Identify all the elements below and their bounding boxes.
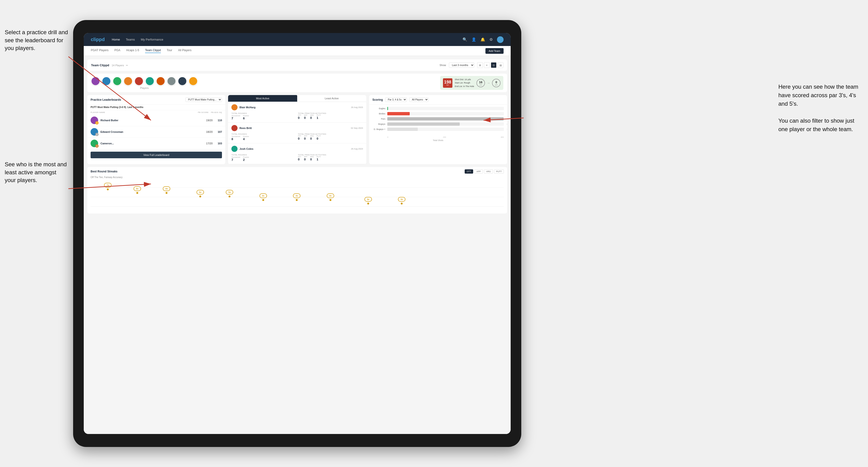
list-view-icon[interactable]: ≡ — [484, 62, 490, 68]
filter-putt[interactable]: PUTT — [494, 169, 504, 174]
pac-avatar-1 — [231, 104, 238, 111]
shot-circle-1: 16 yds — [476, 79, 485, 87]
grid-line-3 — [91, 206, 504, 207]
person-icon[interactable]: 👤 — [471, 37, 476, 42]
nav-links: Home Teams My Performance — [112, 38, 163, 41]
edit-icon[interactable]: ✏ — [126, 64, 128, 67]
search-icon[interactable]: 🔍 — [463, 37, 467, 42]
player-avatar-4[interactable] — [124, 76, 132, 86]
lb-name-3: Cameron... — [100, 142, 201, 145]
putt-2: PUTT 0 — [316, 135, 321, 140]
streak-point-9 — [367, 203, 369, 205]
player-avatar-6[interactable] — [145, 76, 154, 86]
par-filter-select[interactable]: Par 3, 4 & 5s — [385, 97, 407, 102]
nav-home[interactable]: Home — [112, 38, 120, 41]
practice-activities-group-1: Total Practice Activities OTT 0 APP 0 — [298, 112, 363, 120]
practice-activities-group-2: Total Practice Activities OTT 0 APP 0 — [298, 133, 363, 141]
streak-dot-7: 4x — [293, 193, 301, 201]
nav-my-performance[interactable]: My Performance — [141, 38, 163, 41]
streak-badge-9: 3x — [365, 197, 372, 201]
streak-point-4 — [199, 195, 201, 197]
player-avatar-7[interactable] — [156, 76, 165, 86]
lb-row-1[interactable]: 1 Richard Butler 19/20 110 — [87, 115, 225, 126]
player-avatar-1[interactable] — [91, 76, 100, 86]
streaks-chart: 7x 6x 6x 5x — [87, 181, 507, 214]
subnav-team-clippd[interactable]: Team Clippd — [145, 49, 161, 53]
tab-most-active[interactable]: Most Active — [228, 95, 297, 102]
subnav-hcaps[interactable]: Hcaps 1-5 — [126, 49, 139, 53]
player-avatar-8[interactable] — [167, 76, 176, 86]
filter-app[interactable]: APP — [474, 169, 483, 174]
streak-point-5 — [228, 195, 230, 197]
practice-col-2: Practice 4 — [243, 135, 249, 141]
birdies-fill — [387, 112, 410, 115]
lb-row-2[interactable]: 2 Edward Crossman 18/20 107 — [87, 126, 225, 138]
streak-dot-4: 5x — [196, 190, 204, 197]
show-select[interactable]: Last 3 months — [449, 63, 474, 68]
team-name: Team Clippd — [91, 63, 109, 67]
team-header-right: Show Last 3 months ⊞ ≡ ⊡ ▤ — [439, 62, 503, 68]
shot-card: 198 SC Shot Dist: 16 yds Start Lie: Roug… — [440, 76, 503, 90]
player-avatar-5[interactable] — [134, 76, 144, 86]
nav-teams[interactable]: Teams — [126, 38, 135, 41]
subnav-pgat[interactable]: PGAT Players — [91, 49, 108, 53]
lb-avatar-2: 2 — [91, 128, 98, 135]
lb-row-3[interactable]: 3 Cameron... 17/20 103 — [87, 138, 225, 149]
axis-200: 200 — [443, 136, 446, 138]
player-avatar-3[interactable] — [113, 76, 122, 86]
chart-axis: 0 200 400 — [369, 135, 507, 139]
tablet-device: clippd Home Teams My Performance 🔍 👤 🔔 ⚙… — [73, 20, 521, 447]
bogeys-track: 311 — [387, 122, 504, 126]
practice-activities-values-2: OTT 0 APP 0 ARG 0 — [298, 135, 363, 140]
navbar-right: 🔍 👤 🔔 ⚙ — [463, 36, 503, 43]
total-rounds-label-2: Total Rounds — [231, 133, 297, 135]
players-filter-select[interactable]: All Players — [409, 97, 429, 102]
practice-activities-values-1: OTT 0 APP 0 ARG 0 — [298, 115, 363, 120]
filter-ott[interactable]: OTT — [465, 169, 473, 174]
grid-view-icon[interactable]: ⊞ — [477, 62, 483, 68]
total-rounds-label-3: Total Rounds — [231, 154, 297, 156]
add-team-button[interactable]: Add Team — [486, 48, 503, 54]
pars-value: 499 — [507, 118, 507, 120]
bell-icon[interactable]: 🔔 — [480, 37, 485, 42]
total-rounds-label-1: Total Rounds — [231, 112, 297, 115]
annotation-top-left: Select a practice drill and see the lead… — [5, 28, 71, 52]
total-rounds-group-2: Total Rounds Tournament 8 Practice 4 — [231, 133, 297, 141]
pb-avg-header: PB AVG SQ — [211, 111, 222, 114]
birdies-track: 96 — [387, 112, 504, 115]
eagles-track: 3 — [387, 107, 504, 110]
practice-col-3: Practice 2 — [243, 156, 249, 161]
view-full-leaderboard-button[interactable]: View Full Leaderboard — [91, 152, 222, 158]
streak-point-8 — [330, 199, 331, 201]
bogeys-value: 311 — [507, 123, 507, 125]
player-avatar-2[interactable] — [102, 76, 111, 86]
user-avatar[interactable] — [497, 36, 503, 43]
settings-icon[interactable]: ⚙ — [489, 37, 493, 42]
card-view-icon[interactable]: ⊡ — [491, 62, 497, 68]
chart-footer: Total Shots — [369, 139, 507, 144]
player-avatar-9[interactable] — [178, 76, 187, 86]
lb-avatar-3: 3 — [91, 139, 98, 147]
subnav-tour[interactable]: Tour — [167, 49, 172, 53]
bar-row-pars: Pars 499 — [372, 117, 504, 121]
pac-player-2: Rees Britt — [231, 125, 252, 131]
tab-least-active[interactable]: Least Active — [297, 95, 366, 102]
drill-select[interactable]: PUTT Must Make Putting... — [185, 97, 222, 102]
axis-0: 0 — [387, 136, 388, 138]
eagles-label: Eagles — [372, 107, 385, 110]
streak-point-10 — [401, 203, 403, 205]
streak-point-3 — [165, 192, 167, 194]
pac-stats-2: Total Rounds Tournament 8 Practice 4 — [231, 133, 363, 141]
subnav-all-players[interactable]: All Players — [178, 49, 191, 53]
ott-2: OTT 0 — [298, 135, 301, 140]
subnav-pga[interactable]: PGA — [115, 49, 120, 53]
filter-arg[interactable]: ARG — [484, 169, 493, 174]
main-content: Team Clippd 14 Players ✏ Show Last 3 mon… — [84, 56, 511, 434]
lb-avg-2: 107 — [215, 130, 222, 133]
player-avatar-10[interactable] — [189, 76, 198, 86]
shot-details: Shot Dist: 16 yds Start Lie: Rough End L… — [455, 78, 474, 88]
scoring-title: Scoring — [372, 98, 383, 101]
tablet-screen: clippd Home Teams My Performance 🔍 👤 🔔 ⚙… — [84, 33, 511, 434]
table-view-icon[interactable]: ▤ — [498, 62, 503, 68]
team-count: 14 Players — [112, 64, 124, 67]
